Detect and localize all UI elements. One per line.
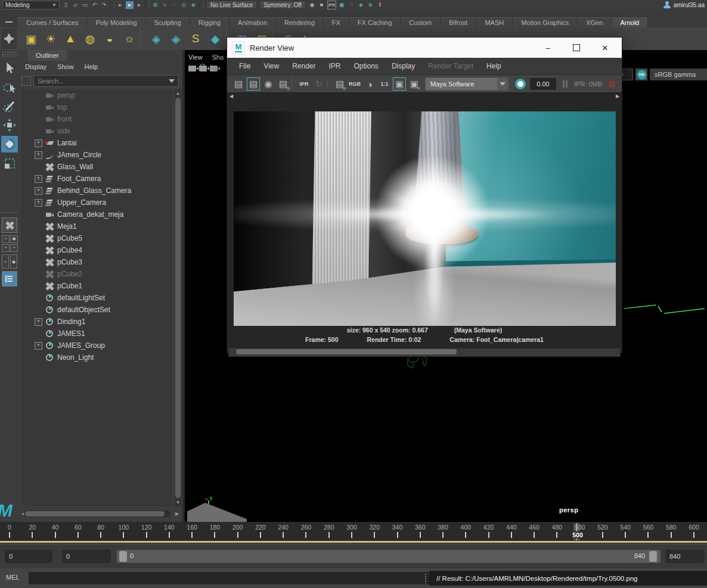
timeline-tick[interactable]: 280	[322, 524, 336, 540]
lookdev-icon[interactable]: ◈	[357, 1, 365, 9]
shelf-tab[interactable]: Motion Graphics	[513, 17, 578, 27]
window-titlebar[interactable]: M Render View – ✕	[227, 38, 622, 58]
outliner-vertical-scrollbar[interactable]: ▲ ▼	[175, 89, 181, 506]
one-to-one-icon[interactable]: 1:1	[378, 77, 391, 91]
select-component-icon[interactable]: ▸	[135, 1, 143, 9]
shelf-separator[interactable]	[140, 30, 145, 48]
shelf-tab[interactable]: Arnold	[612, 17, 648, 27]
command-bar-grip[interactable]	[424, 573, 427, 584]
close-button[interactable]: ✕	[593, 40, 617, 55]
ipr-render-icon[interactable]: IPR	[297, 77, 311, 91]
outliner-item[interactable]: + Foot_Camera	[21, 173, 173, 185]
filter-icon[interactable]	[21, 76, 31, 86]
scrollbar-thumb[interactable]	[236, 349, 457, 354]
outliner-item[interactable]: + pCube1	[21, 280, 173, 292]
menu-set-select[interactable]: Modeling ▼	[2, 1, 60, 10]
render-sequence-icon[interactable]: ▤S	[277, 77, 290, 91]
layout-outliner-persp-button[interactable]	[2, 271, 17, 287]
outliner-item[interactable]: + persp	[21, 89, 173, 101]
user-account[interactable]: amirul35.aa	[663, 1, 705, 8]
render-shutter-icon[interactable]	[515, 79, 526, 89]
skydome-light-icon[interactable]: ☀	[42, 30, 60, 48]
symmetry-field[interactable]: Symmetry: Off	[259, 1, 306, 9]
shelf-tab[interactable]: FX	[324, 17, 349, 27]
scale-tool-button[interactable]	[1, 155, 18, 172]
timeline-tick[interactable]: 560	[641, 524, 655, 540]
shelf-tab[interactable]: FX Caching	[349, 17, 401, 27]
paint-select-tool-button[interactable]	[1, 98, 18, 114]
outliner-menu-item[interactable]: Display	[25, 63, 46, 70]
render-last-icon[interactable]: ▤	[247, 77, 260, 91]
renderer-select[interactable]: Maya Software	[425, 77, 508, 91]
outliner-item[interactable]: + front	[21, 113, 173, 125]
shelf-tab[interactable]: Custom	[401, 17, 441, 27]
render-horizontal-scrollbar[interactable]	[228, 348, 621, 357]
layout-single-view-button[interactable]	[2, 217, 17, 233]
timeline-tick[interactable]: 220	[253, 524, 268, 540]
timeline-tick[interactable]: 460	[527, 524, 541, 540]
node-editor-icon[interactable]: ⊕	[367, 1, 374, 9]
timeline-tick[interactable]: 600	[687, 524, 701, 540]
photometric-light-icon[interactable]: ◒	[101, 30, 119, 48]
camera-attributes-icon[interactable]	[210, 66, 218, 71]
outliner-item[interactable]: + top	[21, 101, 173, 113]
shelf-tab[interactable]: Sculpting	[146, 17, 190, 27]
scroll-right-icon[interactable]: ▶	[174, 511, 180, 517]
playback-end-field[interactable]: 840	[665, 550, 705, 563]
timeline-tick[interactable]: 340	[390, 524, 405, 540]
volume-icon[interactable]: ◆	[206, 30, 224, 48]
render-settings-icon[interactable]: ▤⊕	[333, 77, 346, 91]
save-scene-icon[interactable]: ▭	[81, 1, 89, 9]
outliner-item[interactable]: + pCube5	[21, 232, 173, 244]
keep-image-icon[interactable]: ▣	[393, 77, 406, 91]
physical-sky-icon[interactable]: ☼	[120, 30, 138, 48]
camera-lock-icon[interactable]	[199, 66, 207, 71]
search-input[interactable]: Search...	[33, 75, 179, 87]
range-start-handle[interactable]	[119, 551, 127, 562]
pause-ipr-icon[interactable]	[563, 80, 568, 88]
render-view-menu-item[interactable]: View	[258, 60, 285, 73]
render-icon[interactable]: ▤	[232, 77, 245, 91]
timeline-tick[interactable]: 200	[231, 524, 245, 540]
redo-icon[interactable]: ↷	[100, 1, 108, 9]
render-view-menu-item[interactable]: Render Target	[422, 60, 479, 73]
rotate-tool-button[interactable]	[1, 136, 18, 153]
make-live-icon[interactable]: ◈	[190, 1, 197, 9]
toolbar-separator[interactable]	[327, 77, 331, 91]
select-object-icon[interactable]: ▸	[126, 1, 134, 9]
standin-icon[interactable]: ◈	[147, 30, 165, 48]
render-view-menu-item[interactable]: Render	[286, 60, 321, 73]
shelf-tab[interactable]: Bifrost	[441, 17, 476, 27]
chevron-down-icon[interactable]	[497, 78, 508, 90]
outliner-item[interactable]: + Behind_Glass_Camera	[21, 185, 173, 197]
shelf-collapse-button[interactable]	[0, 17, 18, 27]
open-scene-icon[interactable]: ▱	[72, 1, 79, 9]
expand-icon[interactable]: +	[35, 175, 42, 183]
outliner-item[interactable]: + Neon_Light	[21, 351, 173, 363]
snap-projected-icon[interactable]: ◎	[180, 1, 188, 9]
timeline-tick[interactable]: 260	[299, 524, 313, 540]
expand-icon[interactable]: +	[35, 342, 42, 350]
timeline-tick[interactable]: 20	[25, 524, 39, 540]
ipr-render-icon[interactable]: IPR	[327, 1, 336, 10]
command-input[interactable]	[29, 572, 429, 584]
outliner-item[interactable]: + Lantai	[21, 137, 173, 149]
hypershade-icon[interactable]: ◔	[348, 1, 355, 9]
expand-icon[interactable]: +	[35, 139, 42, 147]
outliner-item[interactable]: + side	[21, 125, 173, 137]
toolbox-grip[interactable]	[2, 51, 17, 57]
outliner-item[interactable]: + JAMES1	[21, 328, 173, 340]
outliner-item[interactable]: + pCube4	[21, 244, 173, 256]
timeline-tick[interactable]: 520	[596, 524, 610, 540]
snap-curve-icon[interactable]: ∿	[161, 1, 169, 9]
select-tool-button[interactable]	[1, 60, 18, 76]
scroll-up-icon[interactable]: ▲	[175, 91, 181, 96]
visibility-eye-icon[interactable]: ◉	[308, 1, 316, 9]
command-language-label[interactable]: MEL	[6, 574, 20, 581]
expand-icon[interactable]: +	[35, 151, 42, 159]
timeline-tick[interactable]: 360	[413, 524, 427, 540]
render-view-menu-item[interactable]: Options	[348, 60, 384, 73]
shelf-tab[interactable]: Animation	[230, 17, 276, 27]
lasso-tool-button[interactable]	[1, 79, 18, 95]
timeline-tick[interactable]: 120	[139, 524, 154, 540]
